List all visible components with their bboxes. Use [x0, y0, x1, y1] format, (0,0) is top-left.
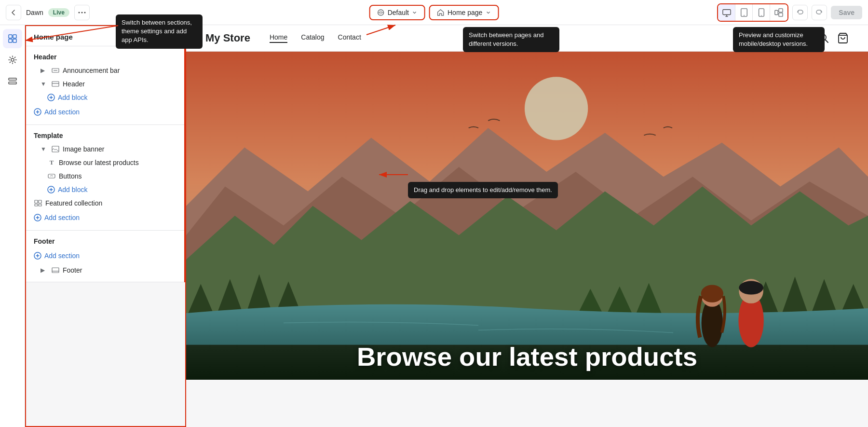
- footer-section-group: Footer Add section ▶: [26, 231, 184, 282]
- browse-text-item[interactable]: T Browse our latest products: [26, 156, 184, 169]
- svg-rect-15: [9, 39, 12, 42]
- footer-item[interactable]: ▶ Footer: [26, 263, 184, 277]
- svg-point-51: [525, 77, 588, 140]
- template-add-block-button[interactable]: Add block: [26, 183, 95, 196]
- announcement-bar-icon: [51, 66, 60, 75]
- svg-point-0: [78, 12, 80, 13]
- svg-point-2: [84, 12, 85, 13]
- app-blocks-button[interactable]: [3, 71, 22, 91]
- preview-area: My Store Home Catalog Contact: [186, 25, 868, 427]
- text-icon: T: [47, 158, 56, 167]
- chevron-down-icon: ▼: [41, 81, 48, 87]
- live-badge: Live: [48, 8, 69, 17]
- preview-tooltip: Preview and customize mobile/desktop ver…: [733, 27, 825, 52]
- svg-rect-35: [35, 200, 38, 203]
- footer-icon: [51, 266, 60, 275]
- featured-collection-icon: [34, 199, 42, 207]
- theme-settings-button[interactable]: [3, 50, 22, 69]
- header-add-block-button[interactable]: Add block: [26, 91, 95, 104]
- default-dropdown[interactable]: Default: [369, 5, 425, 20]
- footer-group-label: Footer: [26, 235, 184, 248]
- svg-point-58: [739, 281, 763, 294]
- redo-button[interactable]: [812, 5, 827, 20]
- svg-rect-31: [48, 174, 55, 178]
- header-item[interactable]: ▼ Header: [26, 77, 184, 91]
- store-name: My Store: [205, 32, 250, 44]
- switch-sections-tooltip: Switch between sections, theme settings …: [116, 14, 203, 49]
- save-button[interactable]: Save: [831, 6, 862, 19]
- back-button[interactable]: [6, 5, 21, 20]
- svg-rect-16: [13, 39, 16, 42]
- image-banner-item[interactable]: ▼ Image banner: [26, 142, 184, 156]
- chevron-right-icon: ▶: [41, 67, 48, 74]
- drag-drop-tooltip: Drag and drop elements to edit/add/remov…: [408, 182, 558, 198]
- svg-rect-19: [9, 82, 16, 84]
- svg-line-48: [826, 40, 828, 43]
- svg-rect-14: [13, 35, 16, 38]
- top-bar-center: Default Home page: [369, 5, 499, 20]
- chevron-down-icon: ▼: [41, 146, 48, 152]
- home-page-dropdown[interactable]: Home page: [429, 5, 499, 20]
- svg-point-55: [701, 285, 723, 302]
- nav-home-link[interactable]: Home: [270, 33, 287, 43]
- hero-image: Browse our latest products Drag and drop…: [186, 52, 868, 380]
- preview-buttons: [717, 3, 788, 22]
- header-add-section-button[interactable]: Add section: [26, 104, 87, 120]
- svg-point-9: [761, 15, 761, 15]
- header-section-group: Header ▶ Announcement bar ▼: [26, 46, 184, 125]
- svg-rect-45: [52, 268, 59, 273]
- svg-rect-10: [775, 10, 778, 14]
- svg-point-17: [11, 58, 14, 61]
- undo-button[interactable]: [792, 5, 808, 20]
- featured-collection-item[interactable]: Featured collection: [26, 196, 184, 210]
- svg-point-7: [744, 14, 745, 15]
- page-switch-tooltip: Switch between pages and different versi…: [463, 27, 559, 52]
- sections-sidebar-button[interactable]: [3, 29, 22, 48]
- default-label: Default: [388, 9, 409, 16]
- desktop-preview-button[interactable]: [718, 4, 735, 21]
- buttons-item[interactable]: Buttons: [26, 169, 184, 183]
- svg-rect-11: [779, 8, 783, 12]
- header-icon: [51, 80, 60, 88]
- nav-contact-link[interactable]: Contact: [338, 33, 361, 43]
- mobile-preview-button[interactable]: [753, 4, 770, 21]
- svg-rect-36: [39, 200, 41, 203]
- tablet-preview-button[interactable]: [735, 4, 753, 21]
- app-preview-button[interactable]: [770, 4, 787, 21]
- svg-text:Browse our latest products: Browse our latest products: [357, 342, 697, 372]
- theme-name: Dawn: [26, 9, 43, 16]
- svg-rect-12: [779, 13, 783, 16]
- footer-add-section-button[interactable]: Add section: [26, 248, 87, 263]
- svg-rect-18: [9, 78, 16, 80]
- button-icon: [47, 172, 56, 180]
- left-panel: Home page Header ▶ Announcement bar: [26, 26, 185, 282]
- top-bar-left: Dawn Live Switch between sections, theme…: [6, 5, 90, 20]
- template-section-group: Template ▼ Image banner T Browse ou: [26, 125, 184, 231]
- header-group-label: Header: [26, 51, 184, 64]
- svg-rect-22: [52, 82, 59, 86]
- svg-rect-37: [35, 204, 38, 206]
- store-nav-links: Home Catalog Contact: [270, 33, 361, 43]
- template-add-section-button[interactable]: Add section: [26, 210, 87, 225]
- svg-rect-38: [39, 204, 41, 206]
- svg-rect-5: [723, 9, 731, 14]
- svg-rect-13: [9, 35, 12, 38]
- chevron-right-icon: ▶: [41, 267, 48, 274]
- left-panel-outline: Home page Header ▶ Announcement bar: [25, 25, 186, 427]
- more-options-button[interactable]: [74, 5, 90, 20]
- template-group-label: Template: [26, 130, 184, 142]
- top-bar-right: Save Preview and customize mobile/deskto…: [717, 3, 862, 22]
- icon-sidebar: [0, 25, 25, 427]
- nav-catalog-link[interactable]: Catalog: [301, 33, 324, 43]
- cart-icon[interactable]: [837, 32, 849, 44]
- home-page-label: Home page: [448, 9, 482, 16]
- svg-point-1: [81, 12, 82, 13]
- top-bar: Dawn Live Switch between sections, theme…: [0, 0, 868, 25]
- image-banner-icon: [51, 145, 60, 153]
- main-layout: Home page Header ▶ Announcement bar: [0, 25, 868, 427]
- announcement-bar-item[interactable]: ▶ Announcement bar: [26, 64, 184, 77]
